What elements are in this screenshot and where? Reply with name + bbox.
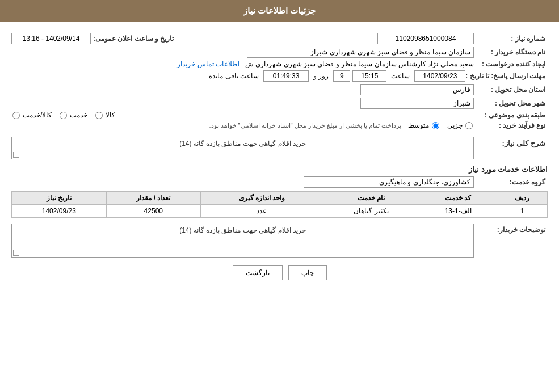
saat-label: ساعت bbox=[391, 72, 410, 80]
groheKhedmat-label: گروه خدمت: bbox=[474, 178, 548, 186]
note-text: پرداخت تمام یا بخشی از مبلغ خریداز محل "… bbox=[209, 122, 401, 129]
radio-kalaKhedmat[interactable]: کالا/خدمت bbox=[11, 111, 52, 119]
saatBaghimande-value: 01:49:33 bbox=[263, 70, 309, 82]
tabaghabandi-label: طبقه بندی موضوعی : bbox=[474, 111, 548, 119]
radio-kalaKhedmat-input[interactable] bbox=[12, 112, 20, 119]
saat-value: 15:15 bbox=[352, 70, 386, 82]
ijadKonande-value: سعید مصلی نژاد کارشناس سازمان سیما منظر … bbox=[245, 60, 474, 68]
back-button[interactable]: بازگشت bbox=[233, 265, 283, 280]
cell-kod: الف-1-13 bbox=[419, 205, 497, 218]
page-title: جزئیات اطلاعات نیاز bbox=[0, 0, 559, 22]
radio-kala-input[interactable] bbox=[95, 112, 103, 119]
saatBaghimande-label: ساعت باقی مانده bbox=[209, 72, 259, 80]
cell-tedad: 42500 bbox=[106, 205, 200, 218]
cell-vahed: عدد bbox=[201, 205, 323, 218]
shomareNiaz-value: 1102098651000084 bbox=[377, 33, 474, 44]
tozihat-value: خرید اقلام گیاهی جهت مناطق پازده گانه (1… bbox=[14, 226, 471, 234]
radio-khedmat[interactable]: خدمت bbox=[58, 111, 87, 119]
noefarayand-label: نوع فرآیند خرید : bbox=[474, 121, 548, 129]
radio-khedmat-label: خدمت bbox=[70, 111, 87, 119]
col-radif: ردیف bbox=[497, 192, 548, 205]
rooz-value: 9 bbox=[333, 70, 350, 82]
radio-mottavasset[interactable]: متوسط bbox=[408, 121, 440, 129]
col-vahed: واحد اندازه گیری bbox=[201, 192, 323, 205]
namDastgah-label: نام دستگاه خریدار : bbox=[474, 48, 548, 56]
col-kod: کد خدمت bbox=[419, 192, 497, 205]
shahr-label: شهر محل تحویل : bbox=[474, 99, 548, 107]
resize-handle bbox=[13, 152, 19, 158]
radio-jozii-input[interactable] bbox=[465, 122, 473, 129]
radio-mottavasset-label: متوسط bbox=[408, 121, 429, 129]
shahr-value: شیراز bbox=[360, 98, 474, 109]
radio-jozii-label: جزیی bbox=[447, 121, 463, 129]
radio-mottavasset-input[interactable] bbox=[432, 122, 439, 129]
ostan-value: فارس bbox=[360, 84, 474, 95]
tozihat-label: توضیحات خریدار: bbox=[474, 224, 548, 234]
print-button[interactable]: چاپ bbox=[288, 265, 327, 280]
col-nam: نام خدمت bbox=[323, 192, 419, 205]
radio-kalaKhedmat-label: کالا/خدمت bbox=[23, 111, 52, 119]
tarikhElan-value: 1402/09/14 - 13:16 bbox=[11, 33, 91, 44]
shomareNiaz-label: شماره نیاز : bbox=[474, 35, 548, 43]
services-table: ردیف کد خدمت نام خدمت واحد اندازه گیری ت… bbox=[11, 191, 548, 218]
rooz-label: روز و bbox=[313, 72, 329, 80]
radio-jozii[interactable]: جزیی bbox=[447, 121, 474, 129]
ijadKonande-link[interactable]: اطلاعات تماس خریدار bbox=[177, 60, 239, 68]
tarikhElan-label: تاریخ و ساعت اعلان عمومی: bbox=[93, 35, 176, 43]
mohlatErsalPasokh-label: مهلت ارسال پاسخ: تا تاریخ : bbox=[465, 72, 548, 80]
sharhKolli-label: شرح کلی نیاز: bbox=[474, 137, 548, 147]
radio-kala[interactable]: کالا bbox=[94, 111, 115, 119]
groheKhedmat-value: کشاورزی، جنگلداری و ماهیگیری bbox=[304, 176, 474, 188]
col-tarikh: تاریخ نیاز bbox=[12, 192, 107, 205]
cell-tarikh: 1402/09/23 bbox=[12, 205, 107, 218]
tarikhPasokh-date: 1402/09/23 bbox=[414, 70, 465, 82]
radio-khedmat-input[interactable] bbox=[60, 112, 67, 119]
namDastgah-value: سازمان سیما منظر و فضای سبز شهری شهرداری… bbox=[247, 47, 474, 58]
ostan-label: استان محل تحویل : bbox=[474, 86, 548, 94]
cell-radif: 1 bbox=[497, 205, 548, 218]
ijadKonande-label: ایجاد کننده درخواست : bbox=[474, 60, 548, 68]
col-tedad: تعداد / مقدار bbox=[106, 192, 200, 205]
table-row: 1 الف-1-13 تکثیر گیاهان عدد 42500 1402/0… bbox=[12, 205, 548, 218]
khadamat-section-title: اطلاعات خدمات مورد نیاز bbox=[11, 165, 548, 174]
sharhKolli-box: خرید اقلام گیاهی جهت مناطق پازده گانه (1… bbox=[11, 137, 474, 159]
tozihat-box: خرید اقلام گیاهی جهت مناطق پازده گانه (1… bbox=[11, 224, 474, 258]
radio-kala-label: کالا bbox=[106, 111, 115, 119]
resize-handle-2 bbox=[13, 250, 19, 256]
sharhKolli-value: خرید اقلام گیاهی جهت مناطق پازده گانه (1… bbox=[14, 140, 471, 147]
cell-nam: تکثیر گیاهان bbox=[323, 205, 419, 218]
